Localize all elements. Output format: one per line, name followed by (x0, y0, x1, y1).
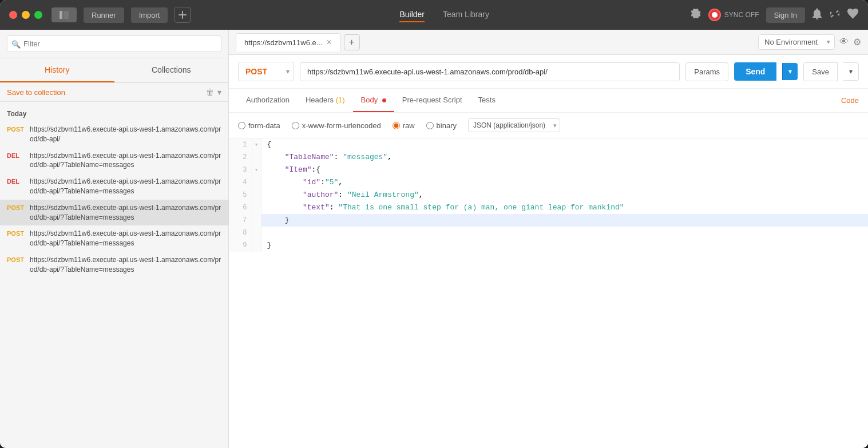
traffic-lights (9, 11, 42, 19)
titlebar: Runner Import Builder Team Library SYNC … (0, 0, 868, 30)
gutter-cell (252, 189, 261, 201)
history-list: Today POST https://sdzbvm11w6.execute-ap… (0, 102, 228, 448)
line-number: 1 (229, 138, 252, 151)
method-badge: POST (7, 229, 26, 237)
body-options: form-data x-www-form-urlencoded raw bina… (229, 113, 868, 138)
filter-area: 🔍 (0, 30, 228, 58)
env-selector-area: No Environment ▾ 👁 ⚙ (758, 34, 861, 50)
request-line: POST GET PUT DELETE ▾ Params Send ▾ Save… (229, 55, 868, 89)
settings-icon[interactable] (690, 8, 701, 22)
save-to-collection-button[interactable]: Save to collection (7, 88, 65, 97)
builder-tab[interactable]: Builder (399, 7, 425, 22)
send-button[interactable]: Send (734, 62, 776, 81)
code-content[interactable]: "author": "Neil Armstrong", (261, 189, 869, 201)
method-select[interactable]: POST GET PUT DELETE (238, 62, 294, 81)
line-number: 5 (229, 189, 252, 201)
code-line-row: 5 "author": "Neil Armstrong", (229, 189, 868, 201)
chevron-down-icon[interactable]: ▾ (217, 88, 221, 97)
tests-tab[interactable]: Tests (470, 89, 504, 112)
list-item[interactable]: POST https://sdzbvm11w6.execute-api.us-w… (0, 225, 228, 252)
code-content[interactable]: "TableName": "messages", (261, 151, 869, 164)
method-badge: DEL (7, 177, 26, 185)
body-dot (382, 98, 386, 102)
authorization-tab[interactable]: Authorization (238, 89, 298, 112)
code-line-row: 9} (229, 239, 868, 252)
filter-wrapper: 🔍 (7, 35, 221, 52)
body-tab[interactable]: Body (353, 89, 394, 112)
list-item[interactable]: POST https://sdzbvm11w6.execute-api.us-w… (0, 252, 228, 278)
runner-button[interactable]: Runner (84, 7, 124, 23)
history-url: https://sdzbvm11w6.execute-api.us-west-1… (30, 255, 221, 275)
save-button[interactable]: Save (803, 62, 838, 81)
team-library-tab[interactable]: Team Library (443, 7, 489, 22)
raw-radio[interactable] (393, 122, 400, 129)
code-line-row: 6 "text": "That is one small step for (a… (229, 201, 868, 214)
notifications-icon[interactable] (812, 8, 822, 22)
gutter-cell: ▾ (252, 164, 261, 176)
history-url: https://sdzbvm11w6.execute-api.us-west-1… (30, 125, 221, 144)
code-link[interactable]: Code (841, 96, 859, 105)
params-button[interactable]: Params (685, 62, 728, 81)
collections-tab[interactable]: Collections (114, 58, 229, 82)
code-content[interactable]: "Item":{ (261, 164, 869, 176)
titlebar-right: SYNC OFF Sign In (690, 7, 859, 23)
env-select[interactable]: No Environment (758, 34, 835, 50)
minimize-button[interactable] (22, 11, 30, 19)
history-url: https://sdzbvm11w6.execute-api.us-west-1… (30, 177, 221, 196)
sign-in-button[interactable]: Sign In (766, 7, 805, 23)
request-tabs-bar: https://sdzbvm11w6.e... ✕ + No Environme… (229, 30, 868, 55)
json-type-select[interactable]: JSON (application/json) (468, 118, 560, 132)
json-type-wrapper: JSON (application/json) ▾ (468, 118, 560, 132)
raw-option[interactable]: raw (393, 121, 415, 130)
code-content[interactable] (261, 227, 869, 239)
eye-icon[interactable]: 👁 (839, 37, 849, 47)
form-data-option[interactable]: form-data (238, 121, 280, 130)
urlencoded-option[interactable]: x-www-form-urlencoded (292, 121, 381, 130)
binary-option[interactable]: binary (426, 121, 457, 130)
headers-tab[interactable]: Headers (1) (298, 89, 353, 112)
list-item[interactable]: POST https://sdzbvm11w6.execute-api.us-w… (0, 121, 228, 148)
urlencoded-radio[interactable] (292, 122, 299, 129)
close-tab-icon[interactable]: ✕ (326, 38, 332, 46)
history-url: https://sdzbvm11w6.execute-api.us-west-1… (30, 203, 221, 223)
trash-icon[interactable]: 🗑 (206, 88, 214, 97)
code-content[interactable]: "text": "That is one small step for (a) … (261, 201, 869, 214)
line-number: 4 (229, 176, 252, 189)
svg-rect-0 (60, 11, 62, 19)
import-button[interactable]: Import (131, 7, 168, 23)
url-input[interactable] (300, 62, 680, 81)
maximize-button[interactable] (34, 11, 42, 19)
add-request-tab-button[interactable]: + (344, 34, 360, 50)
nav-tabs: Builder Team Library (199, 7, 689, 22)
list-item[interactable]: DEL https://sdzbvm11w6.execute-api.us-we… (0, 173, 228, 200)
history-tab[interactable]: History (0, 58, 114, 82)
list-item[interactable]: DEL https://sdzbvm11w6.execute-api.us-we… (0, 148, 228, 174)
code-content[interactable]: "id":"5", (261, 176, 869, 189)
env-select-wrapper: No Environment ▾ (758, 34, 835, 50)
filter-input[interactable] (7, 35, 221, 52)
sync-button[interactable]: SYNC OFF (708, 9, 759, 21)
list-item[interactable]: POST https://sdzbvm11w6.execute-api.us-w… (0, 200, 228, 226)
form-data-radio[interactable] (238, 122, 245, 129)
pre-request-tab[interactable]: Pre-request Script (394, 89, 470, 112)
line-number: 9 (229, 239, 252, 252)
request-tab-label: https://sdzbvm11w6.e... (244, 38, 323, 47)
code-table: 1▾{2 "TableName": "messages",3▾ "Item":{… (229, 138, 868, 252)
binary-radio[interactable] (426, 122, 434, 129)
new-tab-button[interactable] (175, 7, 191, 23)
request-tab[interactable]: https://sdzbvm11w6.e... ✕ (236, 33, 340, 51)
tools-icon[interactable] (829, 8, 841, 22)
sidebar-toggle-button[interactable] (51, 7, 77, 22)
content-area: https://sdzbvm11w6.e... ✕ + No Environme… (229, 30, 868, 448)
code-content[interactable]: { (261, 138, 869, 151)
gear-icon[interactable]: ⚙ (853, 37, 861, 47)
code-line-row: 7 } (229, 214, 868, 227)
send-dropdown-button[interactable]: ▾ (782, 63, 798, 80)
close-button[interactable] (9, 11, 17, 19)
heart-icon[interactable] (847, 9, 859, 22)
line-number: 7 (229, 214, 252, 227)
save-dropdown-button[interactable]: ▾ (843, 62, 859, 81)
code-content[interactable]: } (261, 214, 869, 227)
gutter-cell (252, 214, 261, 227)
code-content[interactable]: } (261, 239, 869, 252)
